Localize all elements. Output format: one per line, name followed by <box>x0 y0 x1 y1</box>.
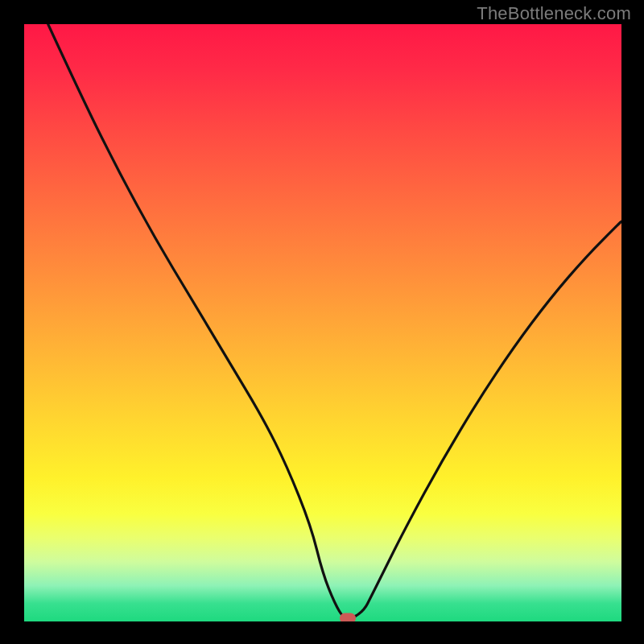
attribution-text: TheBottleneck.com <box>477 3 631 24</box>
curve-layer <box>24 24 621 621</box>
plot-area <box>24 24 621 621</box>
bottleneck-curve <box>48 24 621 618</box>
chart-container: TheBottleneck.com <box>0 0 644 644</box>
optimal-marker <box>340 613 356 621</box>
